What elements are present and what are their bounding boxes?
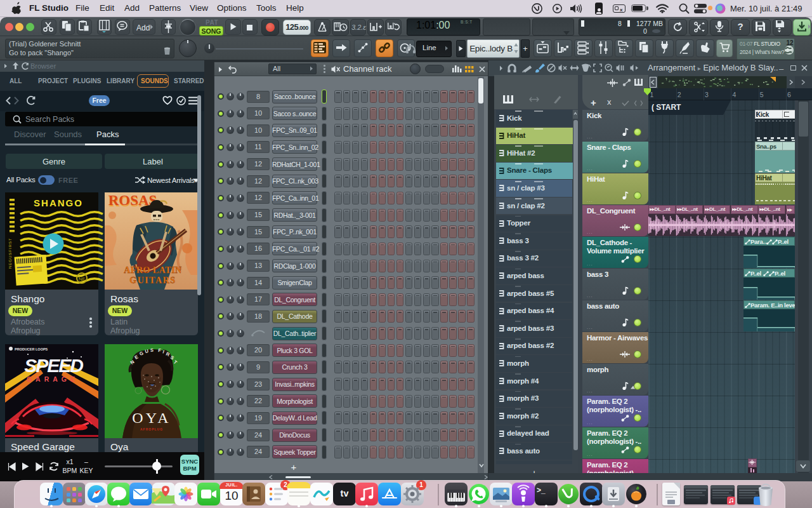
svg-text:AFRO LATIN: AFRO LATIN	[124, 265, 181, 275]
svg-text:PRODUCER LOOPS: PRODUCER LOOPS	[15, 347, 48, 351]
svg-text:NF: NF	[79, 276, 86, 282]
svg-text:SHANGO: SHANGO	[34, 197, 83, 208]
svg-text:NEGUSFIRST: NEGUSFIRST	[8, 237, 12, 269]
svg-text:GARAGE: GARAGE	[27, 375, 79, 383]
svg-text:SPEED: SPEED	[24, 355, 83, 376]
svg-text:OYA: OYA	[132, 410, 171, 426]
svg-text:AFROPLUG: AFROPLUG	[140, 427, 163, 431]
svg-text:S: S	[150, 347, 154, 353]
svg-text:GUITARS: GUITARS	[129, 276, 176, 285]
